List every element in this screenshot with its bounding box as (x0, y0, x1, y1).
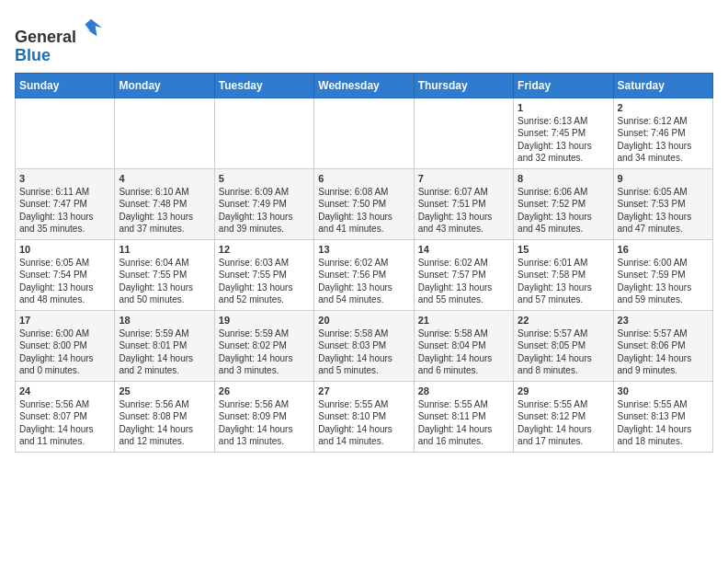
calendar-cell: 20Sunrise: 5:58 AM Sunset: 8:03 PM Dayli… (314, 310, 414, 381)
day-number: 9 (618, 173, 709, 184)
day-info: Sunrise: 6:07 AM Sunset: 7:51 PM Dayligh… (418, 186, 509, 236)
calendar-cell: 27Sunrise: 5:55 AM Sunset: 8:10 PM Dayli… (314, 381, 414, 452)
day-number: 28 (418, 385, 509, 396)
weekday-header-thursday: Thursday (414, 73, 513, 98)
day-info: Sunrise: 6:12 AM Sunset: 7:46 PM Dayligh… (618, 115, 709, 165)
calendar-cell (214, 98, 313, 168)
calendar-cell: 12Sunrise: 6:03 AM Sunset: 7:55 PM Dayli… (214, 239, 313, 310)
day-number: 11 (119, 244, 210, 255)
calendar-cell (115, 98, 214, 168)
day-number: 20 (318, 315, 409, 326)
day-info: Sunrise: 5:58 AM Sunset: 8:03 PM Dayligh… (318, 327, 409, 377)
day-info: Sunrise: 5:57 AM Sunset: 8:05 PM Dayligh… (518, 327, 609, 377)
day-info: Sunrise: 5:55 AM Sunset: 8:13 PM Dayligh… (618, 398, 709, 448)
calendar-cell: 28Sunrise: 5:55 AM Sunset: 8:11 PM Dayli… (414, 381, 513, 452)
day-number: 17 (19, 315, 110, 326)
day-info: Sunrise: 5:56 AM Sunset: 8:09 PM Dayligh… (219, 398, 310, 448)
day-info: Sunrise: 5:56 AM Sunset: 8:08 PM Dayligh… (119, 398, 210, 448)
day-info: Sunrise: 6:10 AM Sunset: 7:48 PM Dayligh… (119, 186, 210, 236)
day-number: 4 (119, 173, 210, 184)
day-number: 6 (318, 173, 409, 184)
calendar-cell: 11Sunrise: 6:04 AM Sunset: 7:55 PM Dayli… (115, 239, 214, 310)
calendar-cell: 1Sunrise: 6:13 AM Sunset: 7:45 PM Daylig… (514, 98, 613, 168)
day-info: Sunrise: 6:00 AM Sunset: 7:59 PM Dayligh… (618, 257, 709, 306)
day-info: Sunrise: 6:00 AM Sunset: 8:00 PM Dayligh… (19, 327, 110, 377)
day-info: Sunrise: 5:57 AM Sunset: 8:06 PM Dayligh… (618, 327, 709, 377)
day-info: Sunrise: 6:08 AM Sunset: 7:50 PM Dayligh… (318, 186, 409, 236)
day-info: Sunrise: 6:05 AM Sunset: 7:53 PM Dayligh… (618, 186, 709, 236)
weekday-header-tuesday: Tuesday (214, 73, 313, 98)
calendar-cell: 29Sunrise: 5:55 AM Sunset: 8:12 PM Dayli… (514, 381, 613, 452)
day-number: 3 (19, 173, 110, 184)
day-number: 23 (618, 315, 709, 326)
day-info: Sunrise: 6:13 AM Sunset: 7:45 PM Dayligh… (518, 115, 609, 165)
day-number: 25 (119, 385, 210, 396)
logo: General Blue (15, 18, 104, 65)
day-info: Sunrise: 6:05 AM Sunset: 7:54 PM Dayligh… (19, 257, 110, 306)
day-info: Sunrise: 6:09 AM Sunset: 7:49 PM Dayligh… (219, 186, 310, 236)
week-row-3: 10Sunrise: 6:05 AM Sunset: 7:54 PM Dayli… (16, 239, 713, 310)
calendar-cell: 23Sunrise: 5:57 AM Sunset: 8:06 PM Dayli… (613, 310, 712, 381)
calendar-cell: 30Sunrise: 5:55 AM Sunset: 8:13 PM Dayli… (613, 381, 712, 452)
calendar-cell: 25Sunrise: 5:56 AM Sunset: 8:08 PM Dayli… (115, 381, 214, 452)
day-info: Sunrise: 5:56 AM Sunset: 8:07 PM Dayligh… (19, 398, 110, 448)
calendar-cell: 19Sunrise: 5:59 AM Sunset: 8:02 PM Dayli… (214, 310, 313, 381)
calendar-cell: 9Sunrise: 6:05 AM Sunset: 7:53 PM Daylig… (613, 168, 712, 239)
calendar-cell: 3Sunrise: 6:11 AM Sunset: 7:47 PM Daylig… (16, 168, 115, 239)
calendar-cell: 4Sunrise: 6:10 AM Sunset: 7:48 PM Daylig… (115, 168, 214, 239)
weekday-header-monday: Monday (115, 73, 214, 98)
day-number: 16 (618, 244, 709, 255)
calendar-cell: 18Sunrise: 5:59 AM Sunset: 8:01 PM Dayli… (115, 310, 214, 381)
svg-marker-0 (85, 19, 103, 37)
logo-bird-icon (78, 17, 104, 42)
day-number: 29 (518, 385, 609, 396)
weekday-header-friday: Friday (514, 73, 613, 98)
day-info: Sunrise: 5:55 AM Sunset: 8:10 PM Dayligh… (318, 398, 409, 448)
day-number: 8 (518, 173, 609, 184)
calendar-cell: 2Sunrise: 6:12 AM Sunset: 7:46 PM Daylig… (613, 98, 712, 168)
logo-general: General (15, 28, 76, 46)
day-info: Sunrise: 6:02 AM Sunset: 7:56 PM Dayligh… (318, 257, 409, 306)
day-number: 2 (618, 102, 709, 113)
calendar-cell: 7Sunrise: 6:07 AM Sunset: 7:51 PM Daylig… (414, 168, 513, 239)
day-number: 19 (219, 315, 310, 326)
calendar-cell: 8Sunrise: 6:06 AM Sunset: 7:52 PM Daylig… (514, 168, 613, 239)
day-info: Sunrise: 5:59 AM Sunset: 8:02 PM Dayligh… (219, 327, 310, 377)
week-row-4: 17Sunrise: 6:00 AM Sunset: 8:00 PM Dayli… (16, 310, 713, 381)
day-number: 7 (418, 173, 509, 184)
week-row-2: 3Sunrise: 6:11 AM Sunset: 7:47 PM Daylig… (16, 168, 713, 239)
day-info: Sunrise: 5:55 AM Sunset: 8:11 PM Dayligh… (418, 398, 509, 448)
day-info: Sunrise: 6:04 AM Sunset: 7:55 PM Dayligh… (119, 257, 210, 306)
day-number: 12 (219, 244, 310, 255)
page-header: General Blue (15, 15, 713, 65)
calendar-cell: 21Sunrise: 5:58 AM Sunset: 8:04 PM Dayli… (414, 310, 513, 381)
calendar-cell: 5Sunrise: 6:09 AM Sunset: 7:49 PM Daylig… (214, 168, 313, 239)
day-number: 22 (518, 315, 609, 326)
day-info: Sunrise: 6:03 AM Sunset: 7:55 PM Dayligh… (219, 257, 310, 306)
day-number: 13 (318, 244, 409, 255)
week-row-5: 24Sunrise: 5:56 AM Sunset: 8:07 PM Dayli… (16, 381, 713, 452)
day-number: 14 (418, 244, 509, 255)
calendar-cell: 6Sunrise: 6:08 AM Sunset: 7:50 PM Daylig… (314, 168, 414, 239)
day-info: Sunrise: 6:01 AM Sunset: 7:58 PM Dayligh… (518, 257, 609, 306)
day-info: Sunrise: 5:58 AM Sunset: 8:04 PM Dayligh… (418, 327, 509, 377)
calendar-cell: 17Sunrise: 6:00 AM Sunset: 8:00 PM Dayli… (16, 310, 115, 381)
day-number: 27 (318, 385, 409, 396)
calendar-cell (414, 98, 513, 168)
calendar-cell: 15Sunrise: 6:01 AM Sunset: 7:58 PM Dayli… (514, 239, 613, 310)
day-number: 1 (518, 102, 609, 113)
weekday-header-saturday: Saturday (613, 73, 712, 98)
logo-blue: Blue (15, 46, 51, 64)
calendar-cell (314, 98, 414, 168)
calendar-cell: 14Sunrise: 6:02 AM Sunset: 7:57 PM Dayli… (414, 239, 513, 310)
day-number: 10 (19, 244, 110, 255)
calendar-cell: 10Sunrise: 6:05 AM Sunset: 7:54 PM Dayli… (16, 239, 115, 310)
calendar-table: SundayMondayTuesdayWednesdayThursdayFrid… (15, 73, 713, 453)
weekday-header-sunday: Sunday (16, 73, 115, 98)
day-number: 24 (19, 385, 110, 396)
weekday-header-wednesday: Wednesday (314, 73, 414, 98)
calendar-cell: 24Sunrise: 5:56 AM Sunset: 8:07 PM Dayli… (16, 381, 115, 452)
day-number: 26 (219, 385, 310, 396)
calendar-cell (16, 98, 115, 168)
day-info: Sunrise: 6:06 AM Sunset: 7:52 PM Dayligh… (518, 186, 609, 236)
